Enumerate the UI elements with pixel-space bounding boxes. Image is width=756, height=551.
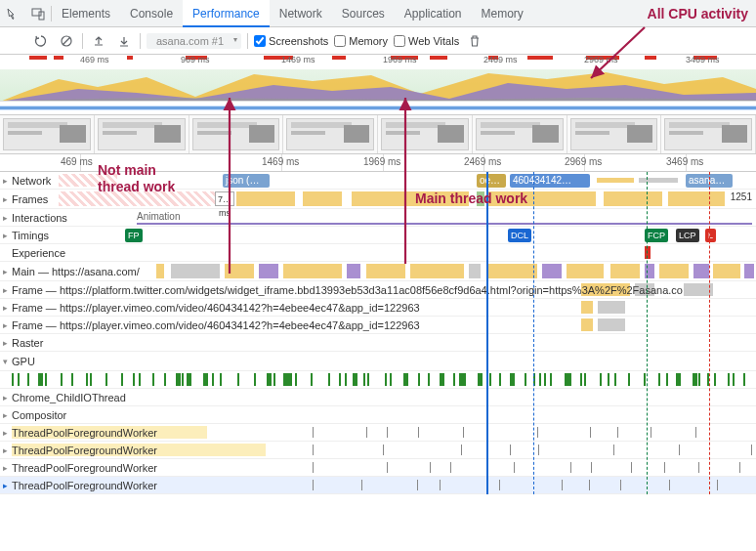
- screenshot-thumb[interactable]: [661, 115, 756, 153]
- screenshot-thumb[interactable]: [189, 115, 284, 153]
- device-toggle-icon[interactable]: [25, 1, 51, 26]
- ruler-tick: 2969 ms: [565, 156, 602, 167]
- overview-ruler: 469 ms969 ms1469 ms1969 ms2469 ms2969 ms…: [0, 55, 756, 69]
- tab-sources[interactable]: Sources: [332, 0, 395, 27]
- track-gpu-activity: [0, 371, 756, 389]
- track-thread[interactable]: ▸ThreadPoolForegroundWorker: [0, 424, 756, 442]
- cpu-overview[interactable]: 469 ms969 ms1469 ms1969 ms2469 ms2969 ms…: [0, 55, 756, 115]
- experience-track-body: [0, 244, 756, 261]
- ruler-tick: 469 ms: [61, 156, 93, 167]
- timing-badge-dcl[interactable]: DCL: [508, 229, 531, 242]
- track-raster[interactable]: ▸ Raster: [0, 334, 756, 352]
- track-thread[interactable]: ▸ThreadPoolForegroundWorker: [0, 477, 756, 494]
- timeline-ruler[interactable]: 469 ms1469 ms1969 ms2469 ms2969 ms3469 m…: [0, 154, 756, 172]
- screenshot-thumb[interactable]: [567, 115, 662, 153]
- network-request-pill[interactable]: json (…: [223, 174, 270, 188]
- screenshots-label: Screenshots: [269, 35, 328, 47]
- track-frame[interactable]: ▸Frame — https://player.vimeo.com/video/…: [0, 317, 756, 334]
- track-network[interactable]: ▸ Network json (…oe…460434142…asana…: [0, 172, 756, 190]
- overview-tick: 3469 ms: [686, 55, 720, 64]
- track-label: Timings: [10, 230, 49, 241]
- load-profile-button[interactable]: [89, 31, 108, 51]
- screenshots-check-input[interactable]: [254, 35, 266, 47]
- tab-application[interactable]: Application: [395, 0, 472, 27]
- reload-record-button[interactable]: [31, 31, 51, 51]
- timing-badge-fcp[interactable]: FCP: [645, 229, 668, 242]
- track-label: ThreadPoolForegroundWorker: [10, 427, 157, 439]
- animation-label: Animation: [137, 211, 180, 222]
- frame-segment: [668, 191, 725, 206]
- frame-right-label: 1251: [731, 191, 752, 202]
- timing-badge-lcp[interactable]: LCP: [676, 229, 699, 242]
- web-vitals-label: Web Vitals: [408, 35, 459, 47]
- overview-cpu-chart: [0, 69, 756, 101]
- track-frame[interactable]: ▸Frame — https://player.vimeo.com/video/…: [0, 299, 756, 317]
- screenshot-thumb[interactable]: [378, 115, 473, 153]
- track-label: Raster: [10, 337, 43, 349]
- overview-tick: 969 ms: [181, 55, 210, 64]
- tab-performance[interactable]: Performance: [183, 0, 270, 27]
- inspect-icon[interactable]: [0, 1, 25, 26]
- tab-elements[interactable]: Elements: [52, 0, 120, 27]
- track-thread[interactable]: ▸Compositor: [0, 406, 756, 424]
- flame-chart-tracks: ▸ Network json (…oe…460434142…asana… ▸ F…: [0, 172, 756, 494]
- ruler-tick: 3469 ms: [666, 156, 703, 167]
- screenshot-thumb[interactable]: [0, 115, 95, 153]
- memory-check-input[interactable]: [334, 35, 346, 47]
- track-label: Frame — https://platform.twitter.com/wid…: [10, 284, 683, 296]
- clear-button[interactable]: [57, 31, 76, 51]
- track-label: ThreadPoolForegroundWorker: [10, 445, 157, 456]
- recording-selector[interactable]: asana.com #1: [147, 33, 241, 49]
- track-interactions[interactable]: ▸ Interactions Animation: [0, 209, 756, 227]
- track-thread[interactable]: ▸ThreadPoolForegroundWorker: [0, 442, 756, 459]
- track-gpu[interactable]: ▾ GPU: [0, 352, 756, 371]
- screenshot-thumb[interactable]: [473, 115, 567, 153]
- interactions-track-body: Animation: [0, 209, 756, 226]
- screenshot-thumb[interactable]: [283, 115, 378, 153]
- web-vitals-checkbox[interactable]: Web Vitals: [394, 35, 459, 47]
- track-timings[interactable]: ▸ Timings FPDCLFCPLCPL: [0, 227, 756, 244]
- track-experience[interactable]: Experience: [0, 244, 756, 262]
- frame-segment: [303, 191, 342, 206]
- svg-rect-5: [0, 106, 756, 109]
- network-request-pill[interactable]: asana…: [686, 174, 733, 188]
- screenshots-checkbox[interactable]: Screenshots: [254, 35, 328, 47]
- frame-segment: [604, 191, 662, 206]
- frame-segment: [477, 191, 484, 206]
- network-request-pill[interactable]: 460434142…: [510, 174, 590, 188]
- track-frame[interactable]: ▸Frame — https://platform.twitter.com/wi…: [0, 281, 756, 299]
- expand-icon[interactable]: ▸: [0, 338, 10, 348]
- screenshot-thumb[interactable]: [95, 115, 189, 153]
- track-frames[interactable]: ▸ Frames 7… ms 1251: [0, 190, 756, 209]
- animation-bar: [137, 223, 752, 225]
- tab-memory[interactable]: Memory: [472, 0, 533, 27]
- tab-console[interactable]: Console: [120, 0, 183, 27]
- collapse-icon[interactable]: ▾: [0, 357, 10, 366]
- screenshot-filmstrip[interactable]: [0, 115, 756, 154]
- timings-track-body: FPDCLFCPLCPL: [0, 227, 756, 243]
- network-request-pill[interactable]: oe…: [477, 174, 506, 188]
- performance-toolbar: asana.com #1 Screenshots Memory Web Vita…: [0, 27, 756, 55]
- track-main[interactable]: ▸ Main — https://asana.com/: [0, 262, 756, 281]
- track-label: Compositor: [10, 409, 66, 421]
- gc-button[interactable]: [465, 31, 484, 51]
- frame-segment: [352, 191, 469, 206]
- frame-segment: [236, 191, 295, 206]
- memory-checkbox[interactable]: Memory: [334, 35, 388, 47]
- track-label: Frame — https://player.vimeo.com/video/4…: [10, 319, 420, 331]
- timing-badge-l[interactable]: L: [705, 229, 716, 242]
- track-label: ThreadPoolForegroundWorker: [10, 480, 157, 491]
- track-thread[interactable]: ▸Chrome_ChildIOThread: [0, 389, 756, 406]
- record-button[interactable]: [6, 31, 25, 51]
- track-label: ThreadPoolForegroundWorker: [10, 462, 157, 474]
- timing-badge-fp[interactable]: FP: [125, 229, 143, 242]
- ruler-tick: 1469 ms: [262, 156, 299, 167]
- tab-network[interactable]: Network: [270, 0, 332, 27]
- web-vitals-check-input[interactable]: [394, 35, 405, 47]
- save-profile-button[interactable]: [114, 31, 134, 51]
- track-label: Frame — https://player.vimeo.com/video/4…: [10, 302, 420, 314]
- frame-duration-label: 7… ms: [215, 191, 234, 206]
- track-thread[interactable]: ▸ThreadPoolForegroundWorker: [0, 459, 756, 477]
- network-segment: [59, 174, 117, 187]
- ruler-tick: 2469 ms: [464, 156, 501, 167]
